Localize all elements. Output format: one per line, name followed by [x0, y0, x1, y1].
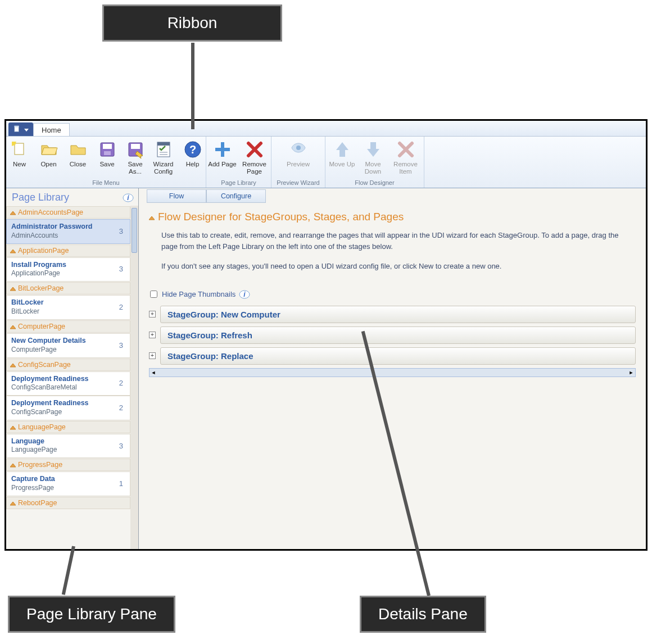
- svg-marker-29: [10, 426, 16, 429]
- remove-page-button[interactable]: Remove Page: [238, 139, 271, 175]
- svg-marker-21: [367, 142, 379, 157]
- svg-marker-2: [24, 129, 29, 131]
- chevron-up-icon: [10, 248, 16, 253]
- pl-category[interactable]: ApplicationPage: [6, 244, 130, 257]
- scroll-right-icon[interactable]: ►: [627, 369, 635, 377]
- pl-item-count: 3: [119, 442, 125, 450]
- expand-icon[interactable]: +: [149, 311, 156, 318]
- pl-item-count: 2: [119, 379, 125, 387]
- tab-home[interactable]: Home: [33, 123, 70, 136]
- pl-category[interactable]: AdminAccountsPage: [6, 206, 130, 219]
- pl-category[interactable]: ConfigScanPage: [6, 359, 130, 371]
- stage-group-bar[interactable]: StageGroup: New Computer: [160, 306, 636, 323]
- ribbon-group-label: Preview Wizard: [271, 178, 325, 188]
- annotation-details-pane: Details Pane: [360, 596, 486, 633]
- help-button[interactable]: ? Help: [178, 139, 207, 168]
- pl-category-label: RebootPage: [18, 499, 57, 507]
- pl-item[interactable]: Install ProgramsApplicationPage3: [6, 257, 130, 282]
- pl-item-title: BitLocker: [11, 298, 44, 307]
- pl-item-subtitle: BitLocker: [11, 307, 44, 316]
- hide-thumbnails-label: Hide Page Thumbnails: [162, 290, 236, 298]
- chevron-up-icon: [10, 362, 16, 368]
- pl-item-subtitle: ComputerPage: [11, 346, 86, 354]
- pl-category[interactable]: RebootPage: [6, 497, 130, 509]
- remove-page-icon: [245, 140, 264, 159]
- ribbon-group-label: File Menu: [6, 178, 206, 188]
- pl-category[interactable]: ComputerPage: [6, 320, 130, 333]
- pl-item[interactable]: New Computer DetailsComputerPage3: [6, 333, 130, 358]
- close-button[interactable]: Close: [64, 139, 93, 168]
- svg-marker-25: [10, 250, 16, 253]
- pl-category[interactable]: BitLockerPage: [6, 282, 130, 294]
- save-as-icon: [126, 140, 145, 159]
- chevron-up-icon: [10, 210, 16, 215]
- save-button[interactable]: Save: [93, 139, 122, 168]
- scrollbar-horizontal[interactable]: ◄ ►: [149, 368, 636, 377]
- pl-category[interactable]: ProgressPage: [6, 459, 130, 471]
- pl-item-count: 3: [119, 227, 125, 235]
- dropdown-icon: [24, 125, 29, 134]
- stage-group-bar[interactable]: StageGroup: Replace: [160, 347, 636, 365]
- svg-marker-31: [10, 502, 16, 505]
- expand-icon[interactable]: +: [149, 352, 156, 359]
- pl-item-title: Deployment Readiness: [11, 399, 89, 408]
- chevron-up-icon: [10, 462, 16, 468]
- chevron-up-icon: [10, 500, 16, 506]
- help-icon: ?: [183, 140, 202, 159]
- pl-item-count: 3: [119, 341, 125, 350]
- chevron-up-icon: [10, 324, 16, 329]
- move-down-button[interactable]: Move Down: [357, 139, 389, 175]
- stage-group-bar[interactable]: StageGroup: Refresh: [160, 326, 636, 344]
- pl-item[interactable]: BitLockerBitLocker2: [6, 295, 130, 320]
- open-button[interactable]: Open: [34, 139, 64, 168]
- ribbon-group-label: Page Library: [206, 178, 271, 188]
- pl-category-label: BitLockerPage: [18, 284, 64, 292]
- pl-item[interactable]: LanguageLanguagePage3: [6, 434, 130, 459]
- flow-designer-heading: Flow Designer for StageGroups, Stages, a…: [158, 211, 404, 223]
- svg-marker-24: [10, 211, 16, 215]
- tab-flow[interactable]: Flow: [147, 189, 206, 203]
- pl-item-title: Deployment Readiness: [11, 375, 89, 384]
- quick-access-toolbar[interactable]: [8, 123, 33, 136]
- pl-item[interactable]: Deployment ReadinessConfigScanPage2: [6, 396, 130, 420]
- ribbon-group-label: Flow Designer: [325, 178, 424, 188]
- pl-item-title: Language: [11, 437, 57, 446]
- add-page-icon: [213, 140, 232, 159]
- chevron-up-icon[interactable]: [149, 214, 155, 220]
- info-icon[interactable]: i: [123, 192, 134, 203]
- svg-marker-30: [10, 464, 16, 467]
- chevron-up-icon: [10, 424, 16, 430]
- svg-rect-10: [131, 144, 140, 149]
- pl-item[interactable]: Capture DataProgressPage1: [6, 471, 130, 496]
- pl-item-subtitle: ConfigScanBareMetal: [11, 383, 89, 392]
- preview-button[interactable]: Preview: [273, 139, 324, 168]
- scrollbar-vertical[interactable]: [130, 206, 138, 549]
- new-button[interactable]: New: [5, 139, 34, 168]
- pl-item-title: Administrator Password: [11, 223, 92, 232]
- info-icon[interactable]: i: [239, 289, 250, 300]
- pl-category[interactable]: LanguagePage: [6, 421, 130, 433]
- save-as-button[interactable]: Save As...: [122, 139, 149, 175]
- tab-configure[interactable]: Configure: [206, 189, 266, 203]
- expand-icon[interactable]: +: [149, 332, 156, 338]
- ribbon-group-preview-wizard: Preview Preview Wizard: [271, 137, 325, 188]
- remove-item-button[interactable]: Remove Item: [389, 139, 423, 175]
- wizard-config-button[interactable]: Wizard Config: [149, 139, 178, 175]
- pl-category-label: AdminAccountsPage: [18, 208, 83, 216]
- scrollbar-thumb[interactable]: [132, 208, 137, 253]
- move-up-icon: [333, 140, 352, 159]
- pl-item[interactable]: Administrator PasswordAdminAccounts3: [6, 219, 130, 244]
- add-page-button[interactable]: Add Page: [207, 139, 238, 168]
- pl-item-title: Capture Data: [11, 475, 55, 484]
- pl-item[interactable]: Deployment ReadinessConfigScanBareMetal2: [6, 371, 130, 396]
- pl-item-count: 2: [119, 303, 125, 311]
- ribbon: New Open Close: [6, 137, 646, 188]
- hide-thumbnails-checkbox[interactable]: [150, 291, 157, 298]
- scroll-left-icon[interactable]: ◄: [150, 369, 157, 377]
- svg-rect-1: [15, 126, 19, 128]
- page-library-list[interactable]: AdminAccountsPageAdministrator PasswordA…: [6, 206, 138, 549]
- move-up-button[interactable]: Move Up: [327, 139, 357, 168]
- annotation-page-library-pane: Page Library Pane: [8, 596, 175, 633]
- pl-category-label: ConfigScanPage: [18, 361, 71, 369]
- svg-point-19: [296, 146, 301, 150]
